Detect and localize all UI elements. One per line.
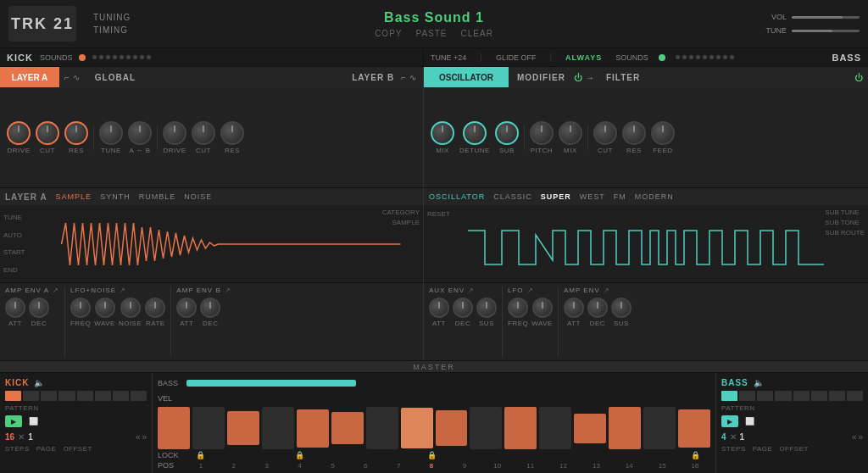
bass-speaker-icon[interactable]: 🔈 [754,378,764,387]
bass-dec-knob[interactable] [587,298,608,318]
step-pad-16[interactable] [678,409,710,448]
vol-slider[interactable] [792,16,860,19]
lock-icon-2[interactable] [219,451,249,459]
kick-pat-4[interactable] [58,391,75,401]
aux-att-knob[interactable] [429,298,449,318]
tuning-nav[interactable]: TUNING [93,13,131,22]
step-pad-7[interactable] [366,407,398,449]
step-pad-3[interactable] [227,411,259,445]
bass-pat-2[interactable] [739,391,755,401]
step-pad-11[interactable] [504,407,537,449]
bass-freq-knob[interactable] [508,298,528,318]
aux-sus-knob[interactable] [476,298,497,318]
bass-pat-5[interactable] [793,391,810,401]
paste-action[interactable]: PASTE [415,29,447,38]
aux-dec-knob[interactable] [453,298,473,318]
dec-a-knob[interactable] [29,298,49,318]
classic-tab[interactable]: CLASSIC [493,192,532,201]
lock-icon-1[interactable]: 🔒 [186,451,216,459]
kick-pat-7[interactable] [113,391,129,401]
noise-knob[interactable] [120,298,141,318]
lock-icon-12[interactable] [548,451,579,459]
cut-b-knob[interactable] [192,121,215,145]
kick-pat-5[interactable] [77,391,93,401]
kick-pat-1[interactable] [5,391,21,401]
step-pad-14[interactable] [609,407,641,449]
bass-pat-7[interactable] [829,391,845,401]
mix-m-knob[interactable] [559,121,582,145]
sub-knob[interactable] [495,121,519,145]
filter-power-icon[interactable]: ⏻ [854,73,863,82]
detune-knob[interactable] [463,121,487,145]
power-icon[interactable]: ⏻ [574,73,582,82]
bass-wave-knob[interactable] [532,298,553,318]
sample-tab[interactable]: SAMPLE [56,192,92,201]
step-pad-4[interactable] [262,407,294,449]
tune-knob[interactable] [99,121,123,145]
bass-pat-1[interactable] [721,391,737,401]
bass-prev-arrow[interactable]: « [852,432,857,442]
rumble-tab[interactable]: RUMBLE [139,192,176,201]
bass-sus-knob[interactable] [611,298,632,318]
bass-att-knob[interactable] [564,298,584,318]
fm-tab[interactable]: FM [614,192,626,201]
tune-slider[interactable] [792,30,860,32]
pitch-knob[interactable] [530,121,554,145]
step-pad-13[interactable] [574,414,606,443]
oscillator-tab-item[interactable]: OSCILLATOR [429,192,485,201]
modern-tab[interactable]: MODERN [635,192,674,201]
copy-action[interactable]: COPY [375,29,402,38]
noise-tab[interactable]: NOISE [184,192,212,201]
kick-pat-6[interactable] [95,391,111,401]
timing-nav[interactable]: TIMING [93,25,131,35]
bass-pat-4[interactable] [775,391,791,401]
super-tab[interactable]: SUPER [541,192,571,201]
bass-next-arrow[interactable]: » [858,432,863,442]
step-pad-5[interactable] [297,409,329,448]
freq-knob[interactable] [70,298,91,318]
step-pad-12[interactable] [539,407,571,449]
rate-knob[interactable] [145,298,165,318]
step-pad-15[interactable] [643,407,676,449]
kick-pat-2[interactable] [23,391,39,401]
lock-icon-15[interactable] [647,451,677,459]
lock-icon-5[interactable] [318,451,348,459]
dec-b-knob[interactable] [200,298,220,318]
lock-icon-3[interactable] [252,451,282,459]
lock-icon-14[interactable] [614,451,644,459]
kick-prev-arrow[interactable]: « [136,432,141,442]
kick-speaker-icon[interactable]: 🔈 [34,378,44,387]
drive-b-knob[interactable] [163,121,186,145]
step-pad-10[interactable] [470,407,502,449]
lock-icon-8[interactable]: 🔒 [416,451,447,459]
step-pad-6[interactable] [331,412,364,444]
att-b-knob[interactable] [176,298,197,318]
lock-icon-10[interactable] [482,451,513,459]
lock-icon-11[interactable] [515,451,546,459]
always-button[interactable]: ALWAYS [565,53,602,62]
synth-tab[interactable]: SYNTH [100,192,131,201]
song-title[interactable]: Bass Sound 1 [384,10,484,25]
lock-icon-16[interactable]: 🔒 [680,451,710,459]
feed-knob[interactable] [651,121,675,145]
lock-icon-4[interactable]: 🔒 [285,451,315,459]
ab-knob[interactable] [128,121,152,145]
step-pad-2[interactable] [192,407,225,449]
reset-button[interactable]: RESET [427,210,450,218]
layer-a-tab[interactable]: LAYER A [0,67,59,87]
bass-pat-8[interactable] [847,391,863,401]
west-tab[interactable]: WEST [580,192,605,201]
kick-pat-8[interactable] [131,391,147,401]
kick-next-arrow[interactable]: » [142,432,147,442]
step-pad-8[interactable] [401,408,433,448]
step-pad-1[interactable] [158,407,190,449]
oscillator-tab[interactable]: OSCILLATOR [424,67,509,87]
cut-knob[interactable] [36,121,59,145]
step-pad-9[interactable] [436,410,468,446]
res-knob[interactable] [64,121,88,145]
mix-knob[interactable] [431,121,454,145]
res-f-knob[interactable] [622,121,646,145]
lock-icon-9[interactable] [449,451,480,459]
att-a-knob[interactable] [5,298,25,318]
bass-play-button[interactable]: ▶ [721,415,738,427]
